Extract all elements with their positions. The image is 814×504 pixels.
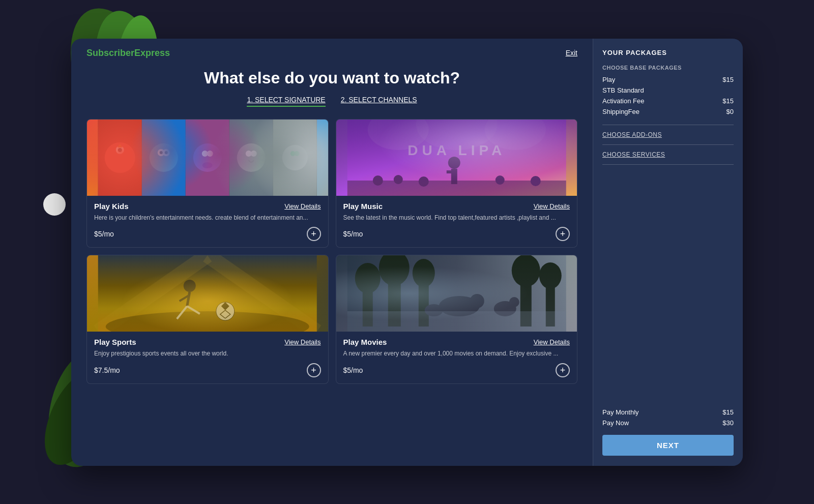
tab-select-signature[interactable]: 1. SELECT SIGNATURE — [247, 96, 325, 107]
divider-2 — [602, 144, 734, 145]
svg-rect-39 — [347, 181, 566, 196]
svg-rect-37 — [451, 169, 457, 184]
card-footer-music: $5/mo + — [343, 227, 570, 241]
svg-point-24 — [207, 151, 213, 157]
svg-point-30 — [290, 151, 296, 156]
svg-point-20 — [160, 151, 163, 154]
card-body-kids: Play Kids View Details Here is your chil… — [87, 196, 328, 248]
page-title: What else do you want to watch? — [86, 69, 577, 87]
svg-point-50 — [184, 280, 196, 292]
choose-services-link[interactable]: CHOOSE SERVICES — [602, 151, 734, 158]
svg-point-69 — [493, 301, 516, 316]
svg-point-68 — [470, 294, 484, 308]
pay-now-label: Pay Now — [602, 419, 629, 427]
card-image-kids — [87, 120, 328, 196]
add-button-sports[interactable]: + — [307, 363, 321, 377]
card-title-kids: Play Kids — [94, 202, 129, 211]
card-play-kids: Play Kids View Details Here is your chil… — [86, 119, 329, 248]
svg-rect-8 — [98, 120, 142, 196]
svg-point-49 — [106, 311, 309, 332]
pay-monthly-row: Pay Monthly $15 — [602, 408, 734, 416]
svg-point-27 — [246, 151, 252, 157]
card-price-kids: $5/mo — [94, 230, 114, 238]
package-price-play: $15 — [722, 76, 734, 83]
package-name-stb: STB Standard — [602, 86, 644, 94]
divider-3 — [602, 164, 734, 165]
svg-point-33 — [367, 120, 428, 150]
card-description-music: See the latest in the music world. Find … — [343, 214, 570, 222]
package-name-play: Play — [602, 76, 615, 83]
card-play-sports: Play Sports View Details Enjoy prestigio… — [86, 255, 329, 384]
choose-base-packages-label: CHOOSE BASE PACKAGES — [602, 65, 734, 71]
svg-rect-10 — [186, 120, 229, 196]
view-details-movies[interactable]: View Details — [534, 338, 570, 346]
view-details-kids[interactable]: View Details — [284, 202, 321, 210]
svg-line-48 — [208, 255, 317, 332]
header: SubscriberExpress Exit — [71, 39, 593, 64]
svg-point-17 — [150, 143, 178, 172]
svg-point-36 — [448, 157, 460, 169]
svg-point-29 — [282, 145, 308, 170]
card-body-music: Play Music View Details See the latest i… — [336, 196, 577, 248]
choose-addons-link[interactable]: CHOOSE ADD-ONS — [602, 131, 734, 138]
svg-rect-32 — [347, 120, 566, 196]
svg-point-62 — [412, 259, 434, 287]
add-button-movies[interactable]: + — [556, 363, 570, 377]
card-footer-movies: $5/mo + — [343, 363, 570, 377]
pay-monthly-label: Pay Monthly — [602, 408, 639, 416]
svg-rect-46 — [98, 255, 317, 332]
svg-point-21 — [165, 151, 168, 154]
svg-rect-12 — [273, 120, 317, 196]
svg-point-43 — [495, 175, 504, 185]
svg-point-18 — [158, 149, 165, 156]
card-description-movies: A new premier every day and over 1,000 m… — [343, 349, 570, 358]
page-content: What else do you want to watch? 1. SELEC… — [71, 64, 593, 466]
svg-point-22 — [193, 143, 222, 172]
svg-line-47 — [98, 255, 208, 332]
pay-now-row: Pay Now $30 — [602, 419, 734, 427]
svg-point-26 — [237, 143, 266, 172]
svg-point-60 — [379, 255, 409, 286]
svg-point-13 — [105, 142, 135, 173]
tab-select-channels[interactable]: 2. SELECT CHANNELS — [341, 96, 417, 107]
svg-line-54 — [180, 295, 190, 301]
svg-rect-72 — [347, 311, 566, 332]
svg-rect-56 — [347, 255, 566, 332]
package-price-shipping: $0 — [726, 108, 734, 115]
tabs-container: 1. SELECT SIGNATURE 2. SELECT CHANNELS — [86, 96, 577, 107]
add-button-kids[interactable]: + — [307, 227, 321, 241]
svg-point-44 — [530, 176, 540, 186]
svg-line-52 — [177, 306, 187, 319]
svg-point-42 — [418, 176, 428, 187]
package-name-activation: Activation Fee — [602, 97, 644, 105]
sidebar-title: YOUR PACKAGES — [602, 49, 734, 56]
card-description-kids: Here is your children's entertainment ne… — [94, 214, 321, 222]
svg-point-64 — [511, 255, 540, 287]
add-button-music[interactable]: + — [556, 227, 570, 241]
svg-rect-59 — [388, 265, 400, 327]
card-price-movies: $5/mo — [343, 366, 363, 374]
svg-marker-16 — [118, 144, 123, 147]
card-description-sports: Enjoy prestigious sports events all over… — [94, 349, 321, 358]
view-details-music[interactable]: View Details — [534, 202, 570, 210]
pay-monthly-value: $15 — [722, 408, 734, 416]
content-area: SubscriberExpress Exit What else do you … — [71, 39, 593, 466]
svg-point-66 — [539, 262, 561, 289]
svg-point-15 — [118, 148, 122, 152]
card-body-sports: Play Sports View Details Enjoy prestigio… — [87, 332, 328, 383]
divider-1 — [602, 125, 734, 125]
svg-line-53 — [187, 306, 200, 314]
next-button[interactable]: NEXT — [602, 435, 734, 456]
package-row-shipping: ShippingFee $0 — [602, 108, 734, 115]
card-price-music: $5/mo — [343, 230, 363, 238]
view-details-sports[interactable]: View Details — [284, 338, 321, 346]
svg-line-51 — [187, 292, 190, 306]
logo-suffix: Express — [134, 48, 170, 58]
svg-rect-65 — [545, 273, 555, 327]
circle-decoration — [43, 193, 66, 216]
svg-point-71 — [424, 304, 443, 316]
card-header-row-music: Play Music View Details — [343, 202, 570, 211]
svg-point-58 — [355, 263, 380, 293]
exit-link[interactable]: Exit — [566, 49, 577, 57]
svg-point-55 — [216, 302, 235, 320]
